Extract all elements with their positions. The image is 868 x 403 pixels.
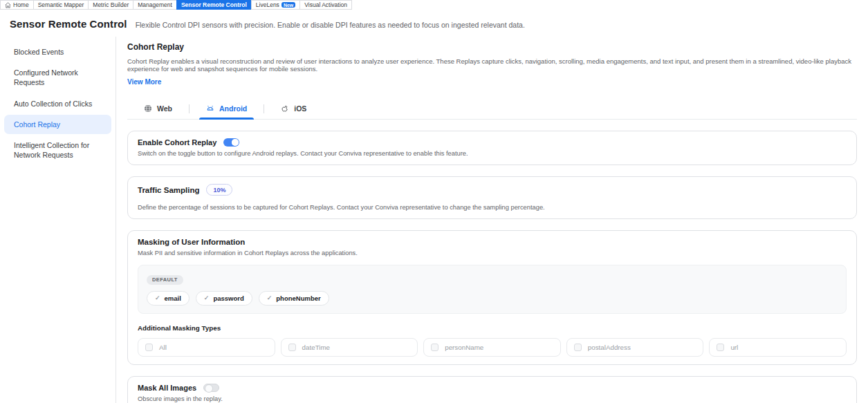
page-header: Sensor Remote Control Flexible Control D…: [0, 10, 868, 37]
enable-cohort-replay-toggle[interactable]: [223, 138, 239, 147]
nav-tab-label: Sensor Remote Control: [181, 1, 247, 8]
checkbox-label: All: [159, 344, 167, 351]
mask-all-images-toggle[interactable]: [203, 384, 219, 392]
checkbox-url[interactable]: url: [709, 338, 847, 357]
tab-ios[interactable]: iOS: [264, 98, 323, 119]
nav-tab-metric-builder[interactable]: Metric Builder: [88, 0, 133, 10]
default-chips: ✓ email ✓ password ✓ phoneNumber: [147, 291, 838, 306]
checkbox-label: dateTime: [302, 344, 330, 351]
sidebar: Blocked Events Configured Network Reques…: [0, 37, 116, 403]
mask-all-images-card: Mask All Images Obscure images in the re…: [127, 376, 857, 403]
chip-label: password: [213, 294, 243, 302]
nav-tab-management[interactable]: Management: [133, 0, 177, 10]
nav-tab-visual-activation[interactable]: Visual Activation: [299, 0, 352, 10]
page-title: Sensor Remote Control: [10, 18, 127, 30]
nav-tab-label: Management: [138, 1, 172, 8]
checkbox-icon: [717, 344, 724, 351]
sidebar-item-configured-network-requests[interactable]: Configured Network Requests: [4, 63, 111, 92]
chip-password: ✓ password: [196, 291, 252, 306]
enable-cohort-replay-card: Enable Cohort Replay Switch on the toggl…: [127, 131, 857, 165]
tab-label: iOS: [294, 104, 306, 113]
checkbox-icon: [574, 344, 582, 351]
nav-tab-home[interactable]: Home: [0, 0, 34, 10]
default-badge: DEFAULT: [147, 275, 183, 285]
sidebar-item-blocked-events[interactable]: Blocked Events: [4, 42, 111, 62]
card-description: Obscure images in the replay.: [138, 395, 847, 402]
tab-label: Web: [157, 104, 172, 113]
checkbox-label: postalAddress: [588, 344, 631, 351]
checkbox-label: personName: [445, 344, 483, 351]
checkbox-icon: [288, 344, 296, 351]
card-description: Mask PII and sensitive information in Co…: [138, 250, 847, 256]
section-title: Cohort Replay: [127, 42, 857, 52]
sidebar-item-auto-collection-of-clicks[interactable]: Auto Collection of Clicks: [4, 94, 111, 113]
globe-icon: [144, 104, 152, 113]
checkbox-postaladdress[interactable]: postalAddress: [566, 338, 704, 357]
nav-tab-sensor-remote-control[interactable]: Sensor Remote Control: [176, 0, 252, 10]
nav-tab-label: Metric Builder: [93, 1, 129, 8]
view-more-link[interactable]: View More: [127, 78, 161, 86]
sampling-percentage-badge: 10%: [206, 184, 232, 196]
new-badge: New: [281, 2, 295, 8]
tab-android[interactable]: Android: [190, 98, 264, 119]
page-subtitle: Flexible Control DPI sensors with precis…: [136, 21, 525, 29]
masking-card: Masking of User Information Mask PII and…: [127, 230, 857, 365]
traffic-sampling-card: Traffic Sampling 10% Define the percenta…: [127, 176, 857, 219]
home-icon: [5, 2, 11, 8]
checkbox-personname[interactable]: personName: [423, 338, 561, 357]
platform-tabs: Web Android iOS: [127, 98, 857, 120]
check-icon: ✓: [155, 294, 160, 301]
android-icon: [206, 104, 214, 113]
checkbox-datetime[interactable]: dateTime: [281, 338, 418, 357]
tab-label: Android: [219, 104, 247, 113]
card-title: Mask All Images: [138, 384, 196, 392]
main-content: Cohort Replay Cohort Replay enables a vi…: [116, 37, 868, 403]
apple-icon: [281, 104, 289, 113]
card-description: Switch on the toggle button to configure…: [138, 150, 847, 157]
card-title: Traffic Sampling: [138, 186, 199, 194]
tab-web[interactable]: Web: [127, 98, 189, 119]
section-description: Cohort Replay enables a visual reconstru…: [127, 57, 857, 73]
chip-label: phoneNumber: [276, 294, 320, 302]
chip-label: email: [165, 294, 181, 302]
additional-masking-options: All dateTime personName postalAddress ur…: [138, 338, 847, 357]
checkbox-icon: [145, 344, 153, 351]
checkbox-icon: [431, 344, 438, 351]
additional-masking-types-label: Additional Masking Types: [138, 324, 847, 332]
nav-tab-label: Home: [13, 1, 29, 8]
nav-tab-livelens[interactable]: LiveLens New: [251, 0, 300, 10]
sidebar-item-cohort-replay[interactable]: Cohort Replay: [4, 115, 111, 134]
default-masking-panel: DEFAULT ✓ email ✓ password ✓ phoneNumber: [138, 265, 847, 314]
chip-email: ✓ email: [147, 291, 190, 306]
checkbox-all[interactable]: All: [138, 338, 275, 357]
card-title: Masking of User Information: [138, 238, 245, 246]
nav-tab-label: LiveLens: [256, 1, 279, 8]
sidebar-item-intelligent-collection[interactable]: Intelligent Collection for Network Reque…: [4, 135, 111, 165]
top-nav: Home Semantic Mapper Metric Builder Mana…: [0, 0, 868, 10]
check-icon: ✓: [204, 294, 210, 301]
check-icon: ✓: [267, 294, 273, 301]
card-title: Enable Cohort Replay: [138, 138, 216, 147]
card-description: Define the percentage of sessions to be …: [138, 204, 847, 211]
nav-tab-label: Semantic Mapper: [38, 1, 84, 8]
nav-tab-label: Visual Activation: [304, 1, 347, 8]
checkbox-label: url: [730, 344, 738, 351]
chip-phonenumber: ✓ phoneNumber: [259, 291, 329, 306]
nav-tab-semantic-mapper[interactable]: Semantic Mapper: [33, 0, 89, 10]
